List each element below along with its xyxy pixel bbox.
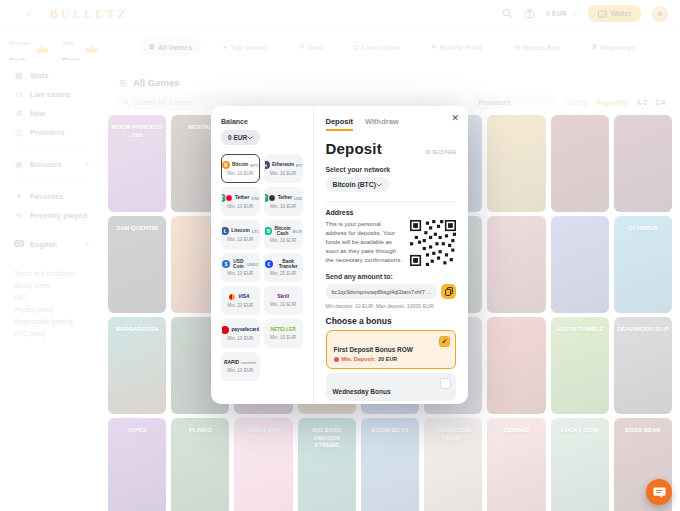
bonus-section-title: Choose a bonus <box>326 316 457 326</box>
payment-logo-icon: € <box>265 260 273 268</box>
payment-min-deposit: Min. 10 EUR <box>227 368 253 373</box>
chat-bubble-icon <box>653 486 666 499</box>
payment-logo-icon <box>268 194 276 202</box>
balance-select[interactable]: 0 EUR <box>221 130 260 145</box>
copy-icon[interactable] <box>441 284 456 299</box>
balance-value: 0 EUR <box>228 134 247 141</box>
payment-logo-icon: Ł <box>221 227 229 235</box>
bonus-checkbox[interactable] <box>440 378 451 389</box>
deposit-modal: Balance 0 EUR B Bitcoin BTC Min. 10 EUR <box>211 106 468 404</box>
bonus-name: Wednesday Bonus <box>333 388 450 395</box>
payment-name: paysafecard <box>231 327 259 332</box>
chevron-down-icon <box>376 183 382 187</box>
payment-min-deposit: Min. 10 EUR <box>270 238 296 243</box>
tab[interactable]: Withdraw <box>365 117 399 131</box>
balance-label: Balance <box>221 118 303 125</box>
payment-logo-icon: B <box>264 227 272 235</box>
payment-logo-icon: B <box>222 161 230 169</box>
payment-method-tile[interactable]: € Bank Transfer Min. 20 EUR <box>264 253 303 282</box>
payment-name: Litecoin <box>231 228 249 233</box>
payment-min-deposit: Min. 10 EUR <box>270 302 296 307</box>
payment-min-deposit: Min. 10 EUR <box>270 171 296 176</box>
payment-method-tile[interactable]: Ł Litecoin LTC Min. 10 EUR <box>221 220 260 249</box>
deposit-limits: Min deposit: 10 EUR, Max deposit: 10000 … <box>326 303 457 309</box>
payment-ticker: ETH <box>296 163 303 168</box>
payment-min-deposit: Min. 10 EUR <box>270 204 296 209</box>
payment-method-tile[interactable]: VISA Min. 20 EUR <box>221 286 260 315</box>
bonus-checkbox[interactable] <box>439 336 450 347</box>
payment-name: Skrill <box>277 294 289 299</box>
payment-ticker: transfer <box>241 360 257 365</box>
payment-ticker: USDT <box>251 196 259 201</box>
bonus-card[interactable]: Wednesday Bonus <box>326 373 457 401</box>
payment-name: RAPID <box>224 360 239 365</box>
payment-method-tile[interactable]: B Bitcoin BTC Min. 10 EUR <box>221 154 260 183</box>
payment-method-tile[interactable]: T Tether USDT Min. 10 EUR <box>264 187 303 216</box>
payment-name: VISA <box>238 294 249 299</box>
bonus-name: First Deposit Bonus ROW <box>334 346 449 353</box>
payment-method-tile[interactable]: B Bitcoin Cash BCH Min. 10 EUR <box>264 220 303 249</box>
user-deposit-id: ID 9E1574AE <box>426 149 456 155</box>
payment-name: Tether <box>278 195 292 200</box>
payment-min-deposit: Min. 10 EUR <box>227 336 253 341</box>
payment-name: USD Coin <box>232 259 245 270</box>
payment-method-tile[interactable]: ♦ Ethereum ETH Min. 10 EUR <box>264 154 303 183</box>
qr-code <box>410 220 456 266</box>
payment-min-deposit: Min. 10 EUR <box>227 271 253 276</box>
payment-min-deposit: Min. 20 EUR <box>227 303 253 308</box>
send-amount-label: Send any amount to: <box>326 273 457 280</box>
deposit-panel: ✕ Deposit Withdraw Deposit ID 9E1574AE S… <box>314 106 469 404</box>
payment-name: Ethereum <box>272 162 294 167</box>
chat-launcher[interactable] <box>646 479 672 505</box>
payment-method-tile[interactable]: T Tether USDT Min. 10 EUR <box>221 187 260 216</box>
payment-min-deposit: Min. 10 EUR <box>227 237 253 242</box>
payment-ticker: BCH <box>293 229 302 234</box>
payment-method-tile[interactable]: paysafecard Min. 10 EUR <box>221 319 260 348</box>
address-description: This is your personal address for deposi… <box>326 220 404 266</box>
alert-dot-icon <box>334 357 339 362</box>
payment-logo-icon <box>225 194 233 202</box>
close-icon[interactable]: ✕ <box>451 113 459 123</box>
payment-name: Bitcoin <box>232 162 248 167</box>
network-select[interactable]: Bitcoin (BTC) <box>326 177 389 192</box>
bonus-card[interactable]: First Deposit Bonus ROW Min. Deposit: 20… <box>326 330 457 369</box>
network-label: Select your network <box>326 166 457 173</box>
payment-methods: B Bitcoin BTC Min. 10 EUR ♦ Ethereum ETH <box>221 154 303 381</box>
payment-ticker: USDT <box>294 196 302 201</box>
payment-logo-icon: $ <box>222 260 230 268</box>
payment-name: Bank Transfer <box>275 259 302 270</box>
deposit-heading: Deposit <box>326 140 382 157</box>
payment-logo-icon <box>228 293 236 301</box>
payment-min-deposit: Min. 10 EUR <box>227 204 253 209</box>
payment-logo-icon <box>221 326 229 334</box>
tab[interactable]: Deposit <box>326 117 354 131</box>
payment-panel: Balance 0 EUR B Bitcoin BTC Min. 10 EUR <box>211 106 314 404</box>
deposit-address-field[interactable]: bc1qc9dvmpmcwp8ksgl4qf2tam7xhf7 ... <box>326 284 438 299</box>
payment-name: NETELLER <box>270 327 295 332</box>
chevron-down-icon <box>247 136 253 140</box>
payment-method-tile[interactable]: NETELLER Min. 10 EUR <box>264 319 303 348</box>
payment-ticker: BTC <box>250 163 259 168</box>
payment-min-deposit: Min. 10 EUR <box>227 171 253 176</box>
payment-method-tile[interactable]: RAPID transfer Min. 10 EUR <box>221 352 260 381</box>
bonus-min-deposit: Min. Deposit: 20 EUR <box>334 356 449 362</box>
payment-name: Bitcoin Cash <box>274 226 290 237</box>
payment-min-deposit: Min. 20 EUR <box>270 271 296 276</box>
deposit-withdraw-tabs: Deposit Withdraw <box>326 117 457 131</box>
address-title: Address <box>326 209 457 216</box>
payment-ticker: LTC <box>252 229 260 234</box>
payment-name: Tether <box>235 195 249 200</box>
network-value: Bitcoin (BTC) <box>333 181 376 188</box>
payment-method-tile[interactable]: Skrill Min. 10 EUR <box>264 286 303 315</box>
payment-method-tile[interactable]: $ USD Coin USDC Min. 10 EUR <box>221 253 260 282</box>
payment-min-deposit: Min. 10 EUR <box>270 335 296 340</box>
payment-ticker: USDC <box>247 262 259 267</box>
divider <box>326 201 457 202</box>
payment-logo-icon: ♦ <box>264 161 270 169</box>
